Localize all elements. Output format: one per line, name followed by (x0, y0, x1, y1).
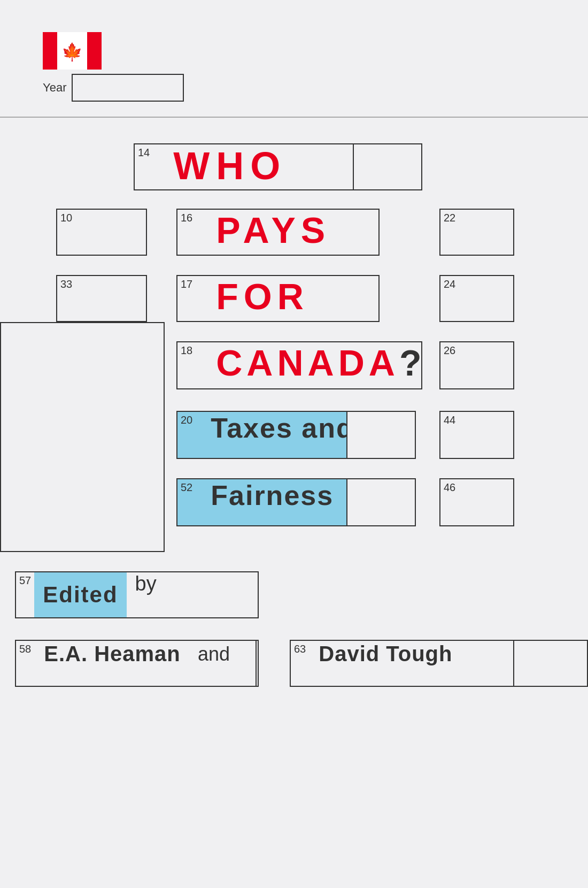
svg-rect-2 (87, 32, 102, 70)
edited-highlight: Edited (34, 572, 126, 617)
heaman-name: E.A. Heaman (38, 643, 181, 664)
field-number-63: 63 (291, 641, 309, 657)
field-number-57: 57 (16, 572, 34, 589)
taxes-content: Taxes and (196, 412, 362, 444)
edited-text: Edited (43, 582, 118, 608)
by-text: by (135, 572, 157, 595)
field-63-tough: 63 David Tough (290, 640, 514, 687)
field-number-33: 33 (57, 276, 75, 293)
book-cover: 🍁 Year 14 WHO 10 16 PAYS 22 33 (0, 0, 588, 888)
svg-rect-0 (43, 32, 57, 70)
field-22: 22 (439, 209, 514, 256)
field-26: 26 (439, 341, 514, 389)
field-20-taxes: 20 Taxes and (176, 411, 363, 459)
large-left-block (0, 322, 165, 552)
field-number-58: 58 (16, 641, 34, 657)
field-and-connector: and (188, 640, 257, 687)
field-number-52: 52 (177, 479, 196, 496)
field-number-44: 44 (440, 412, 459, 428)
field-fairness-right-box (346, 478, 416, 526)
field-tough-overflow (514, 640, 588, 687)
field-number-22: 22 (440, 210, 459, 226)
field-16-pays: 16 PAYS (176, 209, 380, 256)
field-number-14: 14 (135, 144, 153, 161)
field-46: 46 (439, 478, 514, 526)
field-17-for: 17 FOR (176, 275, 380, 322)
tough-content: David Tough (309, 641, 513, 667)
for-word: FOR (200, 278, 374, 315)
canada-flag: 🍁 (43, 32, 102, 70)
fairness-content: Fairness (196, 479, 362, 511)
field-number-20: 20 (177, 412, 196, 428)
field-number-26: 26 (440, 342, 459, 359)
horizontal-divider (0, 117, 588, 118)
year-input-box[interactable] (72, 74, 184, 102)
field-52-fairness: 52 Fairness (176, 478, 363, 526)
year-label: Year (43, 81, 66, 95)
field-57-edited: 57 Edited by (15, 571, 259, 618)
svg-text:🍁: 🍁 (61, 42, 83, 62)
field-who-right (353, 143, 422, 190)
field-taxes-right-box (346, 411, 416, 459)
field-number-17: 17 (177, 276, 196, 293)
field-33: 33 (56, 275, 147, 322)
field-number-16: 16 (177, 210, 196, 226)
pays-word: PAYS (200, 212, 374, 248)
fairness-word: Fairness (200, 481, 334, 509)
year-row: Year (43, 74, 184, 102)
field-number-10: 10 (57, 210, 75, 226)
for-content: FOR (196, 276, 378, 317)
field-18-canada: 18 CANADA? (176, 341, 422, 389)
tough-name: David Tough (313, 643, 452, 664)
taxes-word: Taxes and (200, 414, 354, 442)
canada-content: CANADA? (196, 342, 421, 383)
and-content: and (188, 641, 256, 668)
field-number-24: 24 (440, 276, 459, 293)
field-number-46: 46 (440, 479, 459, 496)
field-24: 24 (439, 275, 514, 322)
header-area: 🍁 Year (43, 32, 184, 102)
by-content: by (127, 572, 258, 595)
field-44: 44 (439, 411, 514, 459)
and-text: and (192, 643, 230, 665)
field-10: 10 (56, 209, 147, 256)
field-number-18: 18 (177, 342, 196, 359)
pays-content: PAYS (196, 210, 378, 250)
canada-word: CANADA? (200, 345, 425, 381)
